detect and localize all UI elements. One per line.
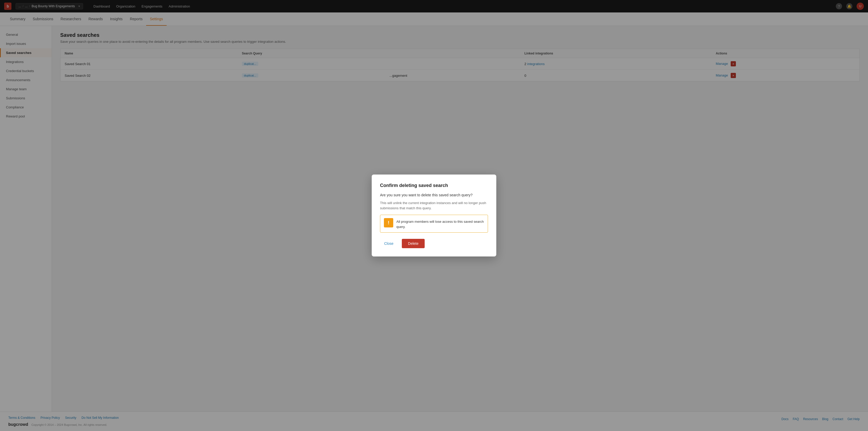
- modal-overlay: Confirm deleting saved search Are you su…: [0, 0, 868, 431]
- confirm-delete-modal: Confirm deleting saved search Are you su…: [372, 174, 496, 257]
- modal-sub-body: This will unlink the current integration…: [380, 200, 488, 210]
- modal-title: Confirm deleting saved search: [380, 183, 488, 188]
- modal-warning-box: ! All program members will lose access t…: [380, 215, 488, 233]
- modal-body: Are you sure you want to delete this sav…: [380, 192, 488, 198]
- delete-confirm-button[interactable]: Delete: [402, 239, 425, 248]
- modal-actions: Close Delete: [380, 239, 488, 248]
- warning-icon: !: [384, 218, 393, 227]
- modal-warning-text: All program members will lose access to …: [396, 218, 484, 229]
- close-button[interactable]: Close: [380, 239, 398, 247]
